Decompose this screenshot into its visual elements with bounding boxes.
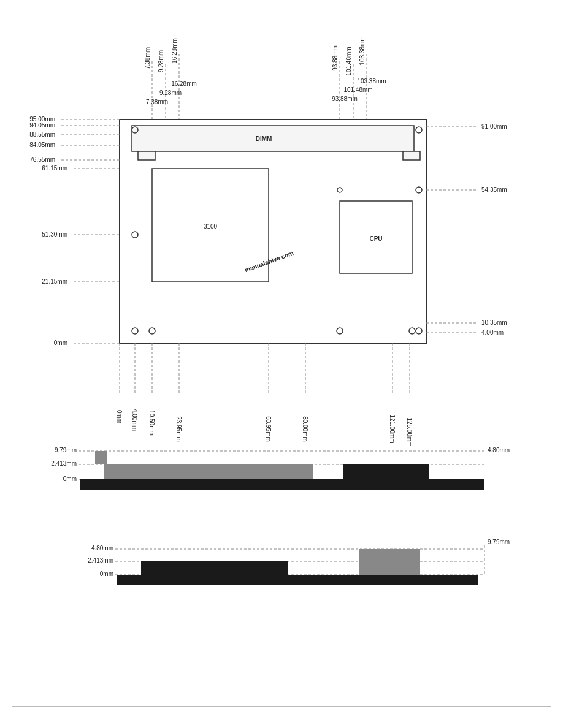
top-label-16.28: 16.28mm — [171, 80, 197, 87]
right-label-10: 10.35mm — [481, 319, 507, 326]
top-label-93.88: 93.88mm — [332, 96, 358, 102]
svg-rect-17 — [117, 575, 478, 585]
left-label-0: 0mm — [54, 339, 67, 346]
top-label-7.38: 7.38mm — [146, 99, 168, 105]
dim-label-93.88: 93.88mm — [332, 45, 339, 71]
left-label-76: 76.55mm — [29, 156, 55, 163]
profile2-label-4.80: 4.80mm — [91, 545, 113, 552]
profile2-label-2.413: 2.413mm — [88, 557, 113, 564]
dim-label-103.38: 103.38mm — [359, 36, 366, 65]
svg-rect-11 — [343, 464, 429, 479]
dim-label-101.48: 101.48mm — [345, 47, 352, 75]
profile-diagram-2: 4.80mm 2.413mm 0mm 9.79mm — [18, 539, 546, 601]
left-label-61: 61.15mm — [42, 165, 67, 172]
page: DIMM 3100 CPU 7.38mm — [0, 0, 563, 728]
svg-rect-1 — [132, 126, 414, 151]
main-diagram: DIMM 3100 CPU 7.38mm — [0, 0, 563, 460]
profile1-label-9.79: 9.79mm — [55, 447, 77, 453]
svg-rect-2 — [138, 151, 155, 160]
left-label-94: 94.05mm — [29, 122, 55, 129]
dim-label-7.38: 7.38mm — [144, 47, 151, 69]
svg-rect-18 — [141, 561, 288, 575]
profile2-label-0: 0mm — [100, 571, 113, 577]
profile1-label-2.413: 2.413mm — [51, 460, 77, 467]
bot-label-80: 80.00mm — [302, 416, 308, 442]
svg-rect-9 — [80, 479, 484, 490]
left-label-51: 51.30mm — [42, 231, 67, 238]
svg-rect-12 — [95, 451, 107, 464]
profile1-label-0: 0mm — [63, 476, 77, 482]
bot-label-0: 0mm — [116, 410, 123, 423]
profile-diagram-1: 9.79mm 2.413mm 0mm 4.80mm — [18, 441, 546, 515]
svg-rect-10 — [104, 464, 313, 479]
bot-label-10: 10.50mm — [148, 410, 155, 436]
left-label-84: 84.05mm — [29, 142, 55, 148]
cpu-label: CPU — [369, 235, 382, 242]
right-label-4: 4.00mm — [481, 329, 504, 336]
left-label-88: 88.55mm — [29, 131, 55, 138]
chip-3100-label: 3100 — [204, 223, 218, 230]
top-label-101.48: 101.48mm — [343, 86, 372, 93]
bot-label-23: 23.95mm — [175, 416, 182, 442]
dim-label-16.28: 16.28mm — [171, 38, 178, 64]
top-label-103.38: 103.38mm — [357, 78, 386, 85]
right-label-91: 91.00mm — [481, 123, 507, 130]
profile2-right-label: 9.79mm — [488, 539, 510, 545]
profile1-right-label: 4.80mm — [488, 447, 510, 453]
svg-rect-3 — [403, 151, 420, 160]
dim-label-9.28: 9.28mm — [158, 50, 164, 72]
top-label-9.28: 9.28mm — [159, 89, 182, 96]
bot-label-121: 121.00mm — [389, 414, 396, 443]
right-label-54: 54.35mm — [481, 186, 507, 193]
separator — [12, 706, 551, 707]
svg-rect-19 — [359, 549, 420, 575]
dimm-label: DIMM — [256, 135, 272, 142]
left-label-21: 21.15mm — [42, 278, 67, 285]
bot-label-63: 63.95mm — [265, 416, 272, 442]
bot-label-4: 4.00mm — [131, 409, 138, 431]
